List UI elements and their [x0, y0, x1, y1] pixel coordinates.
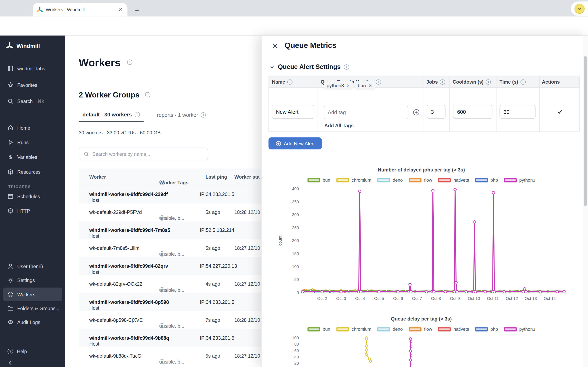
- info-icon[interactable]: [287, 79, 293, 84]
- search-input[interactable]: [92, 151, 203, 157]
- chip-icon: [8, 291, 13, 297]
- time-input[interactable]: [500, 105, 536, 119]
- legend-item-python3[interactable]: python3: [504, 178, 535, 183]
- tag-chip-python3[interactable]: python3: [324, 81, 353, 90]
- table-row-worker[interactable]: wk-default-7m8s5-Llllm ansible, b... 5s …: [79, 239, 281, 257]
- scrollbar-thumb[interactable]: [584, 56, 587, 206]
- info-icon[interactable]: [127, 59, 132, 65]
- add-all-tags-button[interactable]: Add All Tags: [324, 123, 354, 128]
- sidebar-item-workers[interactable]: Workers: [3, 288, 62, 301]
- add-tag-plus-icon[interactable]: [413, 109, 420, 117]
- chart-title: Queue delay per tag (> 3s): [263, 316, 580, 322]
- sidebar-item-favorites[interactable]: Favorites: [0, 78, 65, 92]
- legend-item-deno[interactable]: deno: [377, 178, 403, 183]
- collapse-sidebar-button[interactable]: [0, 356, 65, 367]
- chevron-down-icon[interactable]: [574, 3, 585, 14]
- sidebar-item-runs[interactable]: Runs: [0, 136, 65, 149]
- legend-item-nativets[interactable]: nativets: [438, 327, 469, 332]
- sidebar-item-http[interactable]: HTTP: [0, 204, 65, 217]
- info-icon[interactable]: [201, 112, 206, 117]
- alert-name-input[interactable]: [272, 105, 314, 119]
- sidebar-item-resources[interactable]: Resources: [0, 165, 65, 179]
- info-icon[interactable]: [159, 180, 165, 185]
- table-row-worker[interactable]: wk-default-9b88q-ITucG ansible, b... 5s …: [79, 347, 281, 365]
- sidebar-item-search[interactable]: Search ⌘k: [0, 94, 65, 108]
- table-row-host[interactable]: Host: windmill-workers-9fdfc99d4-8p598 I…: [79, 293, 281, 311]
- groups-heading: 2 Worker Groups: [79, 91, 151, 99]
- cooldown-input[interactable]: [453, 105, 493, 119]
- sidebar-item-settings[interactable]: Settings: [0, 273, 65, 287]
- tag-chip-bun[interactable]: bun: [355, 81, 375, 90]
- legend-item-flow[interactable]: flow: [409, 327, 432, 332]
- legend-item-flow[interactable]: flow: [409, 178, 432, 183]
- legend-item-python3[interactable]: python3: [504, 327, 535, 332]
- legend-swatch: [409, 178, 421, 182]
- calendar-icon: [8, 193, 13, 199]
- legend-item-nativets[interactable]: nativets: [438, 178, 469, 183]
- browser-update-pill[interactable]: [571, 1, 588, 16]
- legend-item-chromium[interactable]: chromium: [336, 178, 371, 183]
- brand[interactable]: Windmill: [0, 40, 65, 51]
- table-row-host[interactable]: Host: windmill-workers-9fdfc99d4-82qrv I…: [79, 257, 281, 275]
- legend-item-php[interactable]: php: [475, 327, 498, 332]
- browser-tab[interactable]: Workers | Windmill: [33, 3, 128, 17]
- info-icon[interactable]: [159, 251, 165, 257]
- legend-swatch: [438, 327, 451, 331]
- worker-search[interactable]: [79, 148, 208, 160]
- svg-text:150: 150: [292, 251, 299, 256]
- jobs-input[interactable]: [427, 105, 445, 119]
- table-row-host[interactable]: Host: windmill-workers-9fdfc99d4-9b88q I…: [79, 329, 281, 347]
- info-icon[interactable]: [159, 215, 165, 221]
- eye-icon: [8, 319, 13, 325]
- close-drawer-button[interactable]: [270, 40, 280, 51]
- sidebar-item-schedules[interactable]: Schedules: [0, 189, 65, 203]
- workspace-switcher[interactable]: windmill-labs: [0, 62, 65, 75]
- svg-text:Oct 8: Oct 8: [431, 296, 441, 301]
- info-icon[interactable]: [159, 287, 165, 292]
- add-new-alert-button[interactable]: Add New Alert: [268, 137, 322, 150]
- info-icon[interactable]: [134, 112, 140, 117]
- sidebar-item-variables[interactable]: Variables: [0, 150, 65, 164]
- delayed-jobs-chart: Number of delayed jobs per tag (> 3s) bu…: [263, 165, 580, 305]
- table-row-worker[interactable]: wk-default-8p598-CjXVE ansible, b... 7s …: [79, 311, 281, 329]
- legend-item-deno[interactable]: deno: [377, 327, 403, 332]
- legend-label: flow: [424, 178, 432, 183]
- table-row-worker[interactable]: wk-default-82qrv-OOx22 ansible, b... 4s …: [79, 275, 281, 293]
- chart-legend: bunchromiumdenoflownativetsphppython3: [263, 177, 580, 183]
- legend-label: bun: [323, 327, 330, 332]
- queue-alert-settings-toggle[interactable]: Queue Alert Settings: [269, 63, 349, 71]
- info-icon[interactable]: [520, 79, 526, 84]
- legend-item-php[interactable]: php: [475, 178, 498, 183]
- info-icon[interactable]: [159, 359, 165, 364]
- svg-text:Oct 12: Oct 12: [506, 296, 518, 301]
- tab-close-icon[interactable]: [117, 6, 124, 13]
- legend-item-chromium[interactable]: chromium: [336, 327, 371, 332]
- table-row-worker[interactable]: wk-default-229df-P5FVd ansible, b... 5s …: [79, 203, 281, 221]
- legend-item-bun[interactable]: bun: [307, 178, 330, 183]
- sidebar-item-user[interactable]: User (henri): [0, 259, 65, 273]
- legend-item-bun[interactable]: bun: [307, 327, 330, 332]
- add-tag-input[interactable]: [324, 106, 408, 119]
- sidebar-item-folders-groups[interactable]: Folders & Groups...: [0, 301, 65, 315]
- info-icon[interactable]: [344, 64, 349, 70]
- legend-swatch: [377, 327, 390, 331]
- info-icon[interactable]: [145, 92, 151, 98]
- info-icon[interactable]: [440, 79, 445, 84]
- table-row-host[interactable]: Host: windmill-workers-9fdfc99d4-229df I…: [79, 185, 281, 203]
- tab-reports-group[interactable]: reports - 1 worker: [153, 111, 210, 122]
- sidebar-item-audit-logs[interactable]: Audit Logs: [0, 315, 65, 329]
- sidebar-item-home[interactable]: Home: [0, 121, 65, 134]
- worker-group-tabs: default - 30 workers reports - 1 worker: [79, 111, 274, 122]
- info-icon[interactable]: [486, 79, 491, 84]
- info-icon[interactable]: [159, 323, 165, 328]
- remove-tag-icon[interactable]: [369, 84, 372, 87]
- remove-tag-icon[interactable]: [347, 84, 350, 87]
- legend-swatch: [504, 178, 517, 182]
- tab-default-group[interactable]: default - 30 workers: [79, 111, 144, 122]
- table-row-host[interactable]: Host: windmill-workers-9fdfc99d4-7m8s5 I…: [79, 221, 281, 239]
- chevron-down-icon: [269, 64, 275, 70]
- confirm-alert-check-icon[interactable]: [557, 109, 563, 117]
- legend-label: nativets: [453, 327, 469, 332]
- new-tab-button[interactable]: [132, 5, 142, 15]
- info-icon[interactable]: [376, 79, 381, 84]
